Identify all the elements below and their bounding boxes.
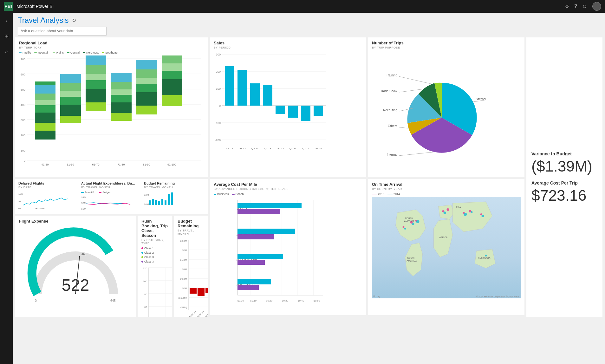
refresh-icon[interactable]: ↻ [72,17,76,23]
actual-flight-chart: $4M $2M $0M 2012 2014 [81,194,132,210]
svg-rect-143 [237,229,295,234]
legend-northeast: Northeast [86,51,99,54]
svg-rect-78 [237,70,247,106]
svg-point-162 [471,211,473,213]
svg-text:Training: Training [386,74,397,77]
svg-text:600: 600 [21,73,25,76]
delayed-subtitle: BY DATE [18,186,79,189]
svg-rect-35 [86,102,106,111]
svg-rect-38 [86,74,106,80]
tile-number-trips: Number of Trips BY TRIP PURPOSE Training… [368,37,524,177]
svg-text:60: 60 [144,306,147,309]
tile-regional-load: Regional Load BY TERRITORY Pacific Mount… [15,37,208,177]
svg-text:Q4 13: Q4 13 [277,147,284,150]
sidebar-bookmark-icon[interactable]: ⊞ [1,31,11,41]
svg-text:$2M: $2M [81,202,86,205]
svg-text:Q3 13: Q3 13 [264,147,271,150]
help-icon[interactable]: ? [574,3,577,9]
svg-rect-45 [111,82,132,89]
svg-rect-122 [168,194,170,205]
actual-flight-panel: Actual Flight Expenditures, Bu... BY TRA… [81,181,142,211]
svg-text:-100: -100 [215,121,221,125]
svg-rect-43 [111,95,132,102]
svg-text:100: 100 [216,87,221,90]
trips-pie-chart: Training Trade Show Recruiting Others In… [372,51,489,172]
svg-point-159 [416,220,420,223]
map-svg: NORTH AMERICA SOUTH AMERICA ASIA AFRICA … [372,197,521,298]
svg-point-160 [444,211,446,214]
svg-text:ASIA: ASIA [456,206,461,208]
svg-point-153 [447,208,449,211]
svg-text:61-70: 61-70 [92,163,99,166]
svg-text:51-60: 51-60 [67,163,74,166]
svg-text:0: 0 [35,299,37,302]
tile-budget-remaining: Budget Remaining BY TRAVEL MONTH $2.5M $… [174,216,208,317]
user-icon[interactable]: ☺ [582,3,587,9]
svg-text:AUSTRALIA: AUSTRALIA [478,257,491,259]
svg-line-100 [399,89,423,92]
header-top: Travel Analysis ↻ [18,16,600,25]
svg-text:($0.5M): ($0.5M) [178,296,187,299]
qa-input[interactable] [18,27,107,36]
svg-rect-44 [111,89,132,95]
sidebar-expand-icon[interactable]: › [1,16,11,26]
svg-point-150 [403,226,405,228]
svg-text:522: 522 [62,276,89,294]
legend-central: Central [70,51,80,54]
svg-rect-30 [60,105,81,116]
svg-line-103 [399,152,435,156]
map-container: NORTH AMERICA SOUTH AMERICA ASIA AFRICA … [372,197,521,298]
svg-text:Q1 13: Q1 13 [239,147,246,150]
svg-text:200: 200 [216,70,221,73]
tile-rush-booking: Rush Booking, Trip Class, Season BY CATE… [138,216,172,317]
svg-text:3/1/2014: 3/1/2014 [205,310,208,317]
settings-icon[interactable]: ⚙ [565,3,569,10]
svg-text:($1M): ($1M) [180,306,187,309]
svg-text:$0.00: $0.00 [237,299,244,302]
sidebar-search-icon[interactable]: ⌕ [1,46,11,56]
svg-rect-41 [111,113,132,121]
variance-section: Variance to Budget ($1.39M) [531,151,592,174]
svg-rect-31 [60,97,81,105]
budget-small-title: Budget Remaining [144,181,205,185]
trips-title: Number of Trips [372,41,521,45]
svg-rect-230 [205,288,208,293]
svg-rect-54 [162,79,182,95]
on-time-subtitle: BY COUNTRY, YEAR [372,187,521,191]
avg-cost-subtitle: BY ADVANCED BOOKING CATEGORY, TRIP CLASS [214,187,362,191]
tile-avg-cost: Average Cost Per Mile BY ADVANCED BOOKIN… [210,179,366,315]
app-name: Microsoft Power BI [16,4,561,9]
regional-load-chart: 700 600 500 400 300 200 100 0 [19,55,203,166]
avatar[interactable] [592,2,601,11]
actual-flight-title: Actual Flight Expenditures, Bu... [81,181,142,185]
legend-pacific: Pacific [23,51,31,54]
svg-rect-84 [314,106,323,116]
svg-rect-46 [111,73,132,82]
topbar: PBI Microsoft Power BI ⚙ ? ☺ [0,0,605,13]
svg-rect-36 [86,89,106,102]
svg-rect-50 [136,78,157,84]
svg-rect-55 [162,71,182,79]
svg-rect-23 [35,123,55,131]
svg-rect-81 [276,106,285,114]
tile-delayed-flights: Delayed Flights BY DATE 10K 5K 0K Jan 20… [15,179,208,214]
svg-text:$1.5M: $1.5M [180,258,187,261]
svg-text:Q2 14: Q2 14 [302,147,309,150]
tile-flight-expense: Flight Expense [15,216,136,317]
avg-cost-title: Average Cost Per Mile [214,182,362,187]
main-content: Travel Analysis ↻ Regional Load BY TERRI… [13,13,605,364]
svg-text:81-90: 81-90 [143,163,150,166]
svg-text:$0.40: $0.40 [298,299,304,302]
svg-text:41-50: 41-50 [41,163,49,166]
svg-text:1/1/2014: 1/1/2014 [189,310,196,317]
svg-text:$2M: $2M [182,249,187,252]
svg-text:$0.50: $0.50 [314,299,320,302]
svg-point-161 [464,213,467,216]
svg-rect-28 [35,85,55,94]
rush-booking-title: Rush Booking, Trip Class, Season [141,219,168,238]
tile-on-time: On Time Arrival BY COUNTRY, YEAR 2013 20… [368,179,524,315]
svg-point-157 [412,223,414,225]
avg-cost-trip-label: Average Cost Per Trip [531,180,587,185]
svg-point-163 [482,215,484,217]
svg-text:345: 345 [81,252,87,256]
